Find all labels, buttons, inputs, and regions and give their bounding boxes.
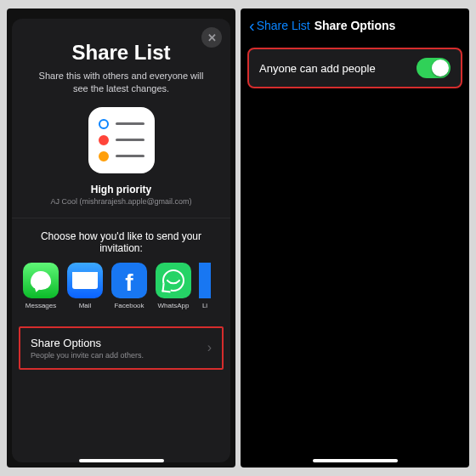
share-app-partial[interactable]: Li xyxy=(199,263,211,309)
share-app-whatsapp[interactable]: WhatsApp xyxy=(155,263,192,309)
anyone-can-add-row[interactable]: Anyone can add people xyxy=(247,48,462,88)
toggle-label: Anyone can add people xyxy=(259,62,376,75)
share-apps-row[interactable]: Messages Mail f Facebook WhatsApp Li xyxy=(12,263,230,309)
page-subtitle: Share this with others and everyone will… xyxy=(12,65,230,107)
toggle-knob xyxy=(432,60,449,76)
mail-icon xyxy=(67,263,103,298)
share-app-facebook[interactable]: f Facebook xyxy=(110,263,148,309)
chevron-right-icon: › xyxy=(207,340,212,355)
share-options-label: Share Options xyxy=(31,337,144,349)
share-modal: ✕ Share List Share this with others and … xyxy=(12,19,230,462)
list-thumbnail xyxy=(88,107,155,173)
page-title: Share List xyxy=(12,41,230,65)
nav-title: Share Options xyxy=(241,19,469,32)
share-list-screen: ✕ Share List Share this with others and … xyxy=(7,8,235,468)
list-name: High priority xyxy=(12,184,230,196)
share-app-messages[interactable]: Messages xyxy=(22,263,60,309)
close-icon[interactable]: ✕ xyxy=(201,27,222,48)
share-options-sub: People you invite can add others. xyxy=(31,351,144,360)
list-owner: AJ Cool (mishrarajesh.apple@gmail.com) xyxy=(12,197,230,206)
whatsapp-icon xyxy=(156,263,191,298)
share-options-screen: ‹ Share List Share Options Anyone can ad… xyxy=(241,8,469,468)
share-app-mail[interactable]: Mail xyxy=(66,263,104,309)
share-options-row[interactable]: Share Options People you invite can add … xyxy=(19,326,224,370)
home-indicator[interactable] xyxy=(79,459,164,462)
nav-bar: ‹ Share List Share Options xyxy=(241,8,469,41)
app-icon xyxy=(199,263,211,298)
invitation-prompt: Choose how you'd like to send your invit… xyxy=(12,218,230,263)
anyone-can-add-toggle[interactable] xyxy=(416,58,450,78)
messages-icon xyxy=(23,263,59,298)
facebook-icon: f xyxy=(111,263,147,298)
home-indicator[interactable] xyxy=(313,459,398,462)
